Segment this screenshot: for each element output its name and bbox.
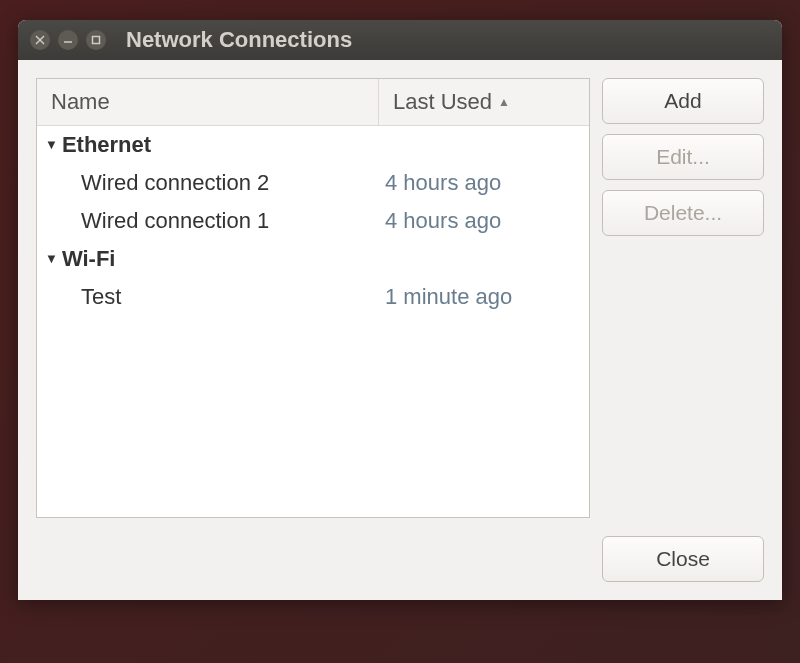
maximize-window-button[interactable] (86, 30, 106, 50)
group-header-wifi[interactable]: ▼ Wi-Fi (37, 240, 589, 278)
connection-row[interactable]: Wired connection 1 4 hours ago (37, 202, 589, 240)
add-button[interactable]: Add (602, 78, 764, 124)
connection-name: Test (37, 284, 379, 310)
minimize-window-button[interactable] (58, 30, 78, 50)
column-header-name[interactable]: Name (37, 79, 379, 125)
window-title: Network Connections (126, 27, 352, 53)
connection-last-used: 4 hours ago (379, 208, 589, 234)
column-header-last-used[interactable]: Last Used ▲ (379, 79, 589, 125)
window-content: Name Last Used ▲ ▼ Ethernet Wired connec… (18, 60, 782, 536)
connection-name: Wired connection 1 (37, 208, 379, 234)
titlebar: Network Connections (18, 20, 782, 60)
close-button[interactable]: Close (602, 536, 764, 582)
connections-list: Name Last Used ▲ ▼ Ethernet Wired connec… (36, 78, 590, 518)
connection-last-used: 4 hours ago (379, 170, 589, 196)
column-header-name-label: Name (51, 89, 110, 115)
group-label: Ethernet (62, 132, 151, 158)
side-buttons: Add Edit... Delete... (602, 78, 764, 518)
connection-row[interactable]: Wired connection 2 4 hours ago (37, 164, 589, 202)
delete-button[interactable]: Delete... (602, 190, 764, 236)
chevron-down-icon: ▼ (45, 137, 58, 152)
network-connections-window: Network Connections Name Last Used ▲ ▼ E… (18, 20, 782, 600)
connection-name: Wired connection 2 (37, 170, 379, 196)
connection-row[interactable]: Test 1 minute ago (37, 278, 589, 316)
column-header-last-used-label: Last Used (393, 89, 492, 115)
edit-button[interactable]: Edit... (602, 134, 764, 180)
chevron-down-icon: ▼ (45, 251, 58, 266)
list-body: ▼ Ethernet Wired connection 2 4 hours ag… (37, 126, 589, 517)
sort-ascending-icon: ▲ (498, 95, 510, 109)
connection-last-used: 1 minute ago (379, 284, 589, 310)
footer: Close (18, 536, 782, 600)
svg-rect-3 (93, 37, 100, 44)
list-header: Name Last Used ▲ (37, 79, 589, 126)
group-header-ethernet[interactable]: ▼ Ethernet (37, 126, 589, 164)
close-window-button[interactable] (30, 30, 50, 50)
group-label: Wi-Fi (62, 246, 116, 272)
